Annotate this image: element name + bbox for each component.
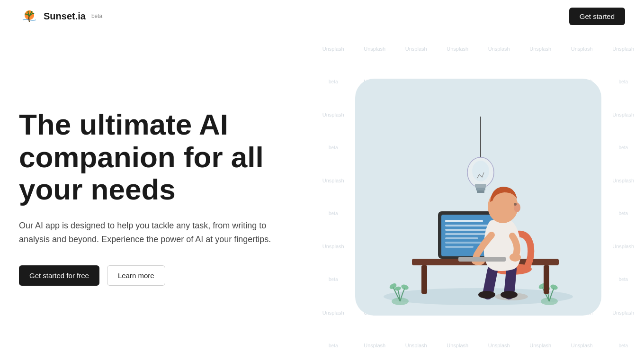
svg-rect-15 <box>475 184 486 188</box>
bg-watermark-text: Unsplash <box>612 112 634 118</box>
bg-watermark-text: beta <box>329 343 338 348</box>
bg-watermark-text: Unsplash <box>447 46 468 52</box>
svg-rect-29 <box>445 237 478 239</box>
bg-watermark-text: Unsplash <box>612 178 634 183</box>
bg-watermark-text: Unsplash <box>322 310 344 316</box>
bg-watermark-text: Unsplash <box>447 343 468 348</box>
bg-watermark-text: Unsplash <box>322 112 344 118</box>
bg-watermark-text: Unsplash <box>322 46 344 52</box>
illustration-card <box>355 79 601 316</box>
svg-rect-25 <box>445 220 483 222</box>
get-started-free-button[interactable]: Get started for free <box>19 265 99 286</box>
svg-point-6 <box>401 284 409 291</box>
nav-get-started-button[interactable]: Get started <box>569 8 625 25</box>
hero-heading: The ultimate AI companion for all your n… <box>19 109 294 206</box>
svg-rect-16 <box>476 188 485 190</box>
bg-watermark-text: Unsplash <box>529 46 551 52</box>
lightbulb <box>467 157 494 193</box>
bg-watermark-text: beta <box>619 343 628 348</box>
svg-point-43 <box>514 203 517 206</box>
svg-point-38 <box>510 253 521 262</box>
svg-rect-27 <box>445 229 488 231</box>
svg-rect-20 <box>544 265 549 294</box>
bg-watermark-text: beta <box>619 145 628 150</box>
hero-buttons: Get started for free Learn more <box>19 265 294 286</box>
bg-watermark-text: beta <box>619 211 628 216</box>
bg-watermark-text: Unsplash <box>612 244 634 249</box>
hero-section: The ultimate AI companion for all your n… <box>0 109 313 285</box>
bg-watermark-text: Unsplash <box>612 310 634 316</box>
svg-point-14 <box>472 161 489 181</box>
bg-watermark-text: beta <box>329 79 338 84</box>
bg-watermark-text: beta <box>619 277 628 282</box>
svg-rect-39 <box>458 257 506 262</box>
svg-point-10 <box>550 284 558 291</box>
svg-rect-17 <box>477 190 484 193</box>
bg-watermark-text: Unsplash <box>405 46 427 52</box>
main-content: The ultimate AI companion for all your n… <box>0 32 644 362</box>
bg-watermark-text: Unsplash <box>405 343 427 348</box>
hero-illustration <box>365 98 592 316</box>
bg-watermark-text: Unsplash <box>322 244 344 249</box>
bg-watermark-text: beta <box>329 211 338 216</box>
bg-watermark-text: Unsplash <box>529 343 551 348</box>
bg-watermark-text: beta <box>619 79 628 84</box>
bg-watermark-text: Unsplash <box>322 178 344 183</box>
bg-watermark-text: Unsplash <box>488 343 510 348</box>
learn-more-button[interactable]: Learn more <box>107 265 165 286</box>
svg-rect-31 <box>445 246 474 248</box>
bg-watermark-text: Unsplash <box>612 46 634 52</box>
svg-rect-30 <box>445 242 485 244</box>
beta-badge: beta <box>91 13 102 19</box>
hero-illustration-area: UnsplashUnsplashUnsplashUnsplashUnsplash… <box>313 32 644 362</box>
hero-subtext: Our AI app is designed to help you tackl… <box>19 219 294 246</box>
bg-watermark-text: Unsplash <box>488 46 510 52</box>
bg-watermark-text: Unsplash <box>571 46 593 52</box>
svg-rect-19 <box>421 265 427 294</box>
bg-watermark-text: Unsplash <box>571 343 593 348</box>
brand: Sunset.ia beta <box>19 6 102 27</box>
bg-watermark-text: Unsplash <box>364 343 385 348</box>
logo-icon <box>19 6 40 27</box>
svg-point-35 <box>478 291 495 299</box>
svg-point-36 <box>501 291 518 299</box>
bg-watermark-text: Unsplash <box>364 46 385 52</box>
navbar: Sunset.ia beta Get started <box>0 0 644 32</box>
bg-watermark-text: beta <box>329 145 338 150</box>
bg-watermark-text: beta <box>329 277 338 282</box>
brand-name: Sunset.ia <box>44 11 86 22</box>
